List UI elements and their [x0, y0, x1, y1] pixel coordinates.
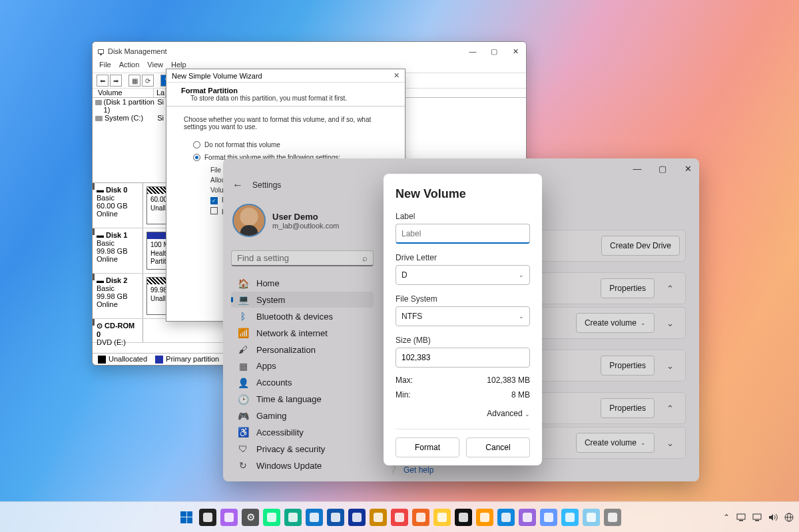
chevron-down-icon: ⌄	[519, 313, 524, 320]
wizard-title-text: New Simple Volume Wizard	[172, 72, 262, 80]
modal-title: New Volume	[396, 187, 530, 201]
cancel-button[interactable]: Cancel	[466, 437, 530, 457]
wizard-titlebar[interactable]: New Simple Volume Wizard ✕	[166, 69, 405, 83]
taskbar-app-chrome[interactable]	[391, 509, 408, 526]
size-input[interactable]	[396, 348, 530, 368]
taskbar-app-firefox[interactable]	[412, 509, 429, 526]
taskbar-app-edge5[interactable]	[348, 509, 366, 526]
taskbar: ⚙ ⌃	[0, 501, 799, 532]
filesystem-select[interactable]: NTFS⌄	[396, 306, 530, 326]
col-layout[interactable]: La	[154, 89, 166, 97]
taskbar-app-dev[interactable]	[604, 509, 621, 526]
maximize-icon[interactable]: ▢	[489, 47, 499, 56]
taskbar-center: ⚙	[178, 509, 621, 526]
tb-fwd-icon[interactable]: ➡	[110, 75, 122, 87]
close-icon[interactable]: ✕	[510, 47, 521, 56]
taskbar-app-tasks[interactable]	[199, 509, 216, 526]
drive-icon	[95, 116, 103, 121]
size-field[interactable]	[401, 353, 524, 362]
label-field[interactable]	[401, 229, 524, 238]
wizard-heading: Format Partition	[181, 87, 382, 95]
tb-refresh-icon[interactable]: ⟳	[142, 75, 154, 87]
drive-letter-select[interactable]: D⌄	[396, 265, 530, 285]
format-button[interactable]: Format	[396, 437, 459, 457]
advanced-toggle[interactable]: Advanced ⌄	[396, 409, 530, 418]
taskbar-app-ai[interactable]	[540, 509, 557, 526]
tray-network-icon[interactable]	[752, 513, 762, 521]
tray-monitor-icon[interactable]	[736, 513, 746, 521]
taskbar-app-start[interactable]	[178, 509, 195, 526]
label-field-label: Label	[396, 212, 530, 221]
dm-title-text: Disk Management	[108, 47, 167, 55]
taskbar-app-copilot[interactable]	[220, 509, 238, 526]
drive-icon	[95, 100, 102, 105]
taskbar-app-edge[interactable]	[263, 509, 280, 526]
taskbar-app-img[interactable]	[561, 509, 579, 526]
wizard-question: Choose whether you want to format this v…	[184, 116, 388, 131]
taskbar-app-explorer[interactable]	[433, 509, 451, 526]
radio-icon	[193, 154, 200, 161]
drive-letter-label: Drive Letter	[396, 253, 530, 262]
size-label: Size (MB)	[396, 336, 530, 345]
checkbox-icon	[210, 207, 218, 214]
col-volume[interactable]: Volume	[95, 89, 154, 97]
svg-rect-3	[755, 520, 759, 521]
wizard-subheading: To store data on this partition, you mus…	[181, 95, 382, 102]
taskbar-app-edge4[interactable]	[327, 509, 344, 526]
radio-icon	[193, 141, 200, 148]
tb-grid-icon[interactable]: ▦	[129, 75, 140, 87]
dm-titlebar[interactable]: Disk Management — ▢ ✕	[93, 42, 526, 61]
minimize-icon[interactable]: —	[467, 47, 478, 56]
tray-overflow-icon[interactable]: ⌃	[723, 513, 730, 522]
taskbar-app-np[interactable]	[476, 509, 493, 526]
filesystem-label: File System	[396, 294, 530, 304]
new-volume-modal: New Volume Label Drive Letter D⌄ File Sy…	[384, 174, 542, 465]
taskbar-app-ai2[interactable]	[583, 509, 600, 526]
system-tray[interactable]: ⌃	[723, 513, 794, 522]
radio-no-format[interactable]: Do not format this volume	[193, 141, 378, 148]
size-min: Min:8 MB	[396, 390, 530, 399]
svg-rect-0	[737, 514, 745, 519]
menu-view[interactable]: View	[147, 61, 163, 73]
taskbar-app-edge3[interactable]	[306, 509, 323, 526]
tray-language-icon[interactable]	[784, 513, 794, 522]
size-max: Max:102,383 MB	[396, 376, 530, 385]
menu-action[interactable]: Action	[119, 61, 140, 73]
taskbar-app-word[interactable]	[497, 509, 515, 526]
close-icon[interactable]: ✕	[394, 71, 400, 80]
label-input[interactable]	[396, 224, 530, 244]
chevron-down-icon: ⌄	[519, 272, 524, 278]
taskbar-app-terminal[interactable]	[455, 509, 472, 526]
menu-file[interactable]: File	[99, 61, 111, 73]
chevron-down-icon: ⌄	[525, 411, 530, 417]
tray-volume-icon[interactable]	[768, 513, 778, 521]
svg-rect-2	[753, 514, 761, 519]
svg-rect-1	[739, 520, 743, 521]
taskbar-app-settings[interactable]: ⚙	[242, 509, 259, 526]
taskbar-app-edge6[interactable]	[370, 509, 387, 526]
taskbar-app-paint[interactable]	[519, 509, 536, 526]
taskbar-app-edge2[interactable]	[284, 509, 302, 526]
tb-back-icon[interactable]: ⬅	[97, 75, 109, 87]
dm-app-icon	[98, 49, 104, 54]
checkbox-icon: ✓	[210, 197, 218, 204]
